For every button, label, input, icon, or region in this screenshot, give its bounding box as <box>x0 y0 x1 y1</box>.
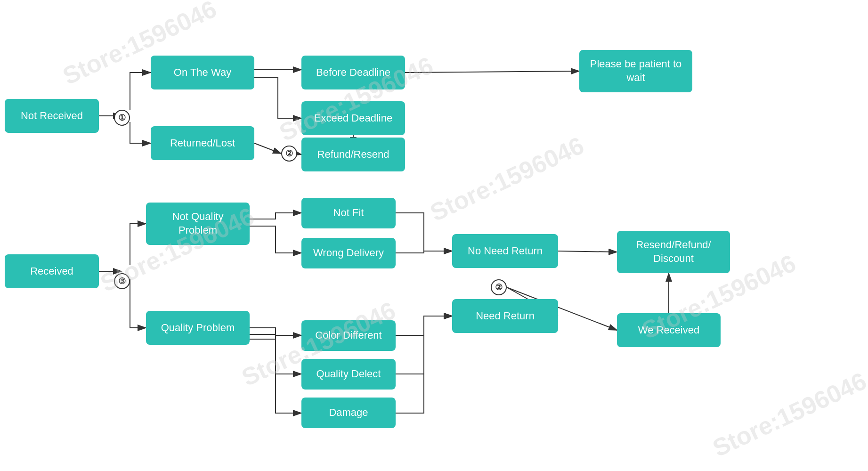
node-please_wait: Please be patient to wait <box>579 50 692 92</box>
node-color_different: Color Different <box>301 320 396 351</box>
circle-c2a: ② <box>281 146 297 162</box>
node-need_return: Need Return <box>452 299 558 333</box>
node-wrong_delivery: Wrong Delivery <box>301 238 396 268</box>
node-damage: Damage <box>301 398 396 428</box>
node-on_the_way: On The Way <box>151 56 254 89</box>
node-quality_defect: Quality Delect <box>301 359 396 390</box>
svg-line-6 <box>254 143 281 154</box>
node-no_need_return: No Need Return <box>452 234 558 268</box>
node-received: Received <box>5 254 99 288</box>
node-we_received: We Received <box>617 313 721 347</box>
svg-line-3 <box>405 71 579 73</box>
circle-c3: ③ <box>114 273 130 289</box>
watermark-6: Store:1596046 <box>708 366 868 462</box>
arrows-svg <box>0 0 868 471</box>
node-returned_lost: Returned/Lost <box>151 126 254 160</box>
node-not_fit: Not Fit <box>301 198 396 228</box>
svg-line-8 <box>558 251 617 252</box>
node-before_deadline: Before Deadline <box>301 56 405 89</box>
node-refund_resend: Refund/Resend <box>301 138 405 171</box>
circle-c1: ① <box>114 110 130 126</box>
watermark-2: Store:1596046 <box>426 131 588 227</box>
node-quality_problem: Quality Problem <box>146 311 250 345</box>
node-not_quality: Not Quality Problem <box>146 203 250 245</box>
svg-line-5 <box>297 154 301 154</box>
node-exceed_deadline: Exceed Deadline <box>301 101 405 135</box>
node-not_received: Not Received <box>5 99 99 133</box>
circle-c2b: ② <box>491 279 507 295</box>
node-resend_refund: Resend/Refund/ Discount <box>617 231 730 273</box>
